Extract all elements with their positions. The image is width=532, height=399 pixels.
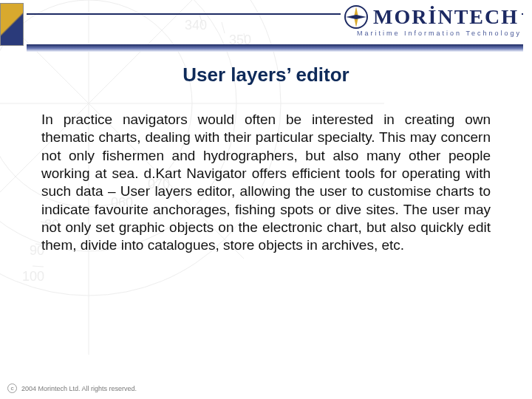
footer-copyright: c 2004 Morintech Ltd. All rights reserve… [7, 383, 137, 393]
brand-logo: MORİNTECH [341, 4, 522, 31]
slide-body-paragraph: In practice navigators would often be in… [41, 111, 491, 255]
brand-name: MORİNTECH [373, 7, 519, 27]
svg-text:100: 100 [22, 269, 44, 284]
svg-line-19 [33, 266, 44, 267]
footer-text: 2004 Morintech Ltd. All rights reserved. [21, 385, 137, 392]
slide-header: MORİNTECH Maritime Information Technolog… [0, 0, 532, 55]
slide-title: User layers’ editor [0, 64, 532, 86]
compass-logo-icon [344, 4, 369, 30]
accent-square-icon [0, 3, 24, 46]
svg-marker-22 [346, 15, 366, 19]
header-gradient-bar [27, 44, 523, 52]
brand-tagline: Maritime Information Technology [357, 30, 522, 37]
copyright-icon: c [7, 383, 17, 393]
